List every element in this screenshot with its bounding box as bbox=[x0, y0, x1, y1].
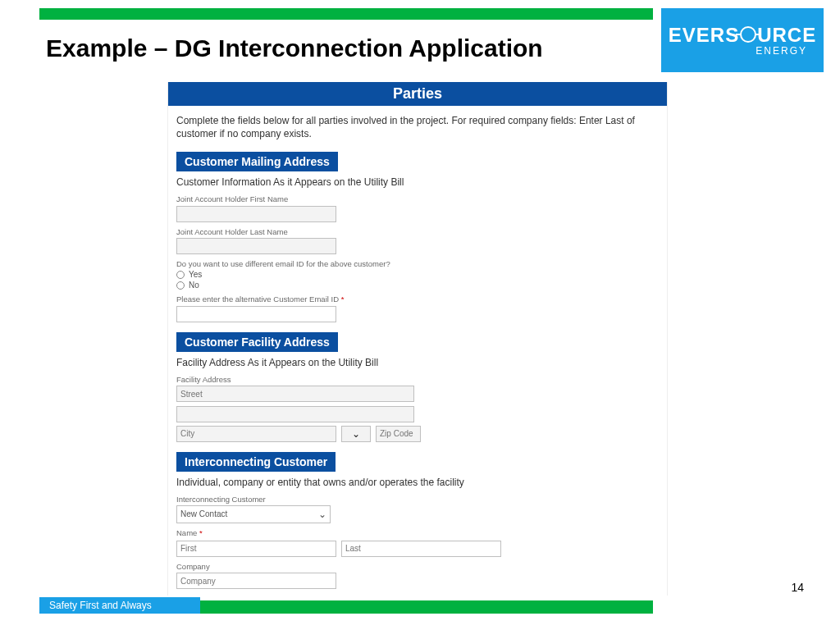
facility-street-input[interactable] bbox=[176, 386, 414, 402]
facility-address-label: Facility Address bbox=[176, 375, 659, 384]
facility-city-row: ⌄ bbox=[176, 426, 659, 442]
inter-company-label: Company bbox=[176, 562, 659, 571]
required-asterisk: * bbox=[341, 294, 345, 304]
slide: EVERS URCE ENERGY Example – DG Interconn… bbox=[0, 0, 840, 630]
radio-no-label: No bbox=[189, 281, 199, 290]
mailing-section-header: Customer Mailing Address bbox=[176, 152, 338, 171]
email-question-label: Do you want to use different email ID fo… bbox=[176, 259, 659, 268]
first-name-input[interactable] bbox=[176, 206, 336, 222]
chevron-down-icon: ⌄ bbox=[352, 429, 360, 439]
form-screenshot: Parties Complete the fields below for al… bbox=[167, 82, 668, 596]
inter-section-note: Individual, company or entity that owns … bbox=[176, 477, 659, 488]
inter-last-input[interactable] bbox=[341, 541, 501, 557]
last-name-label: Joint Account Holder Last Name bbox=[176, 227, 659, 236]
first-name-label: Joint Account Holder First Name bbox=[176, 194, 659, 203]
alt-email-label: Please enter the alternative Customer Em… bbox=[176, 294, 659, 304]
inter-first-input[interactable] bbox=[176, 541, 336, 557]
brand-text-a: EVERS bbox=[669, 24, 739, 47]
inter-customer-select[interactable]: New Contact ⌄ bbox=[176, 505, 331, 523]
inter-name-label: Name * bbox=[176, 528, 659, 537]
brand-subtext: ENERGY bbox=[756, 45, 807, 57]
alt-email-input[interactable] bbox=[176, 306, 336, 322]
parties-banner: Parties bbox=[168, 82, 667, 106]
brand-wordmark: EVERS URCE bbox=[669, 24, 816, 47]
brand-text-b: URCE bbox=[757, 24, 816, 47]
brand-o-icon bbox=[740, 26, 756, 43]
radio-yes-icon[interactable] bbox=[176, 271, 185, 279]
inter-section-header: Interconnecting Customer bbox=[176, 452, 336, 472]
last-name-input[interactable] bbox=[176, 238, 336, 254]
page-title: Example – DG Interconnection Application bbox=[46, 34, 543, 62]
brand-logo: EVERS URCE ENERGY bbox=[661, 8, 824, 72]
radio-no-row[interactable]: No bbox=[176, 281, 659, 290]
facility-line2-input[interactable] bbox=[176, 406, 414, 422]
radio-yes-row[interactable]: Yes bbox=[176, 270, 659, 279]
facility-city-input[interactable] bbox=[176, 426, 336, 442]
page-number: 14 bbox=[791, 581, 804, 594]
inter-customer-label: Interconnecting Customer bbox=[176, 495, 659, 504]
facility-section-header: Customer Facility Address bbox=[176, 332, 338, 352]
radio-yes-label: Yes bbox=[189, 270, 202, 279]
parties-instructions: Complete the fields below for all partie… bbox=[176, 114, 659, 140]
radio-no-icon[interactable] bbox=[176, 281, 185, 290]
facility-zip-input[interactable] bbox=[376, 426, 421, 442]
facility-state-select[interactable]: ⌄ bbox=[341, 426, 371, 442]
inter-name-row bbox=[176, 541, 659, 557]
footer-tagline: Safety First and Always bbox=[39, 597, 200, 614]
top-accent-bar bbox=[39, 8, 653, 20]
mailing-section-note: Customer Information As it Appears on th… bbox=[176, 176, 659, 188]
facility-section-note: Facility Address As it Appears on the Ut… bbox=[176, 357, 659, 368]
required-asterisk: * bbox=[199, 528, 203, 537]
inter-customer-value: New Contact bbox=[180, 509, 227, 518]
chevron-down-icon: ⌄ bbox=[318, 509, 326, 519]
inter-company-input[interactable] bbox=[176, 573, 336, 589]
